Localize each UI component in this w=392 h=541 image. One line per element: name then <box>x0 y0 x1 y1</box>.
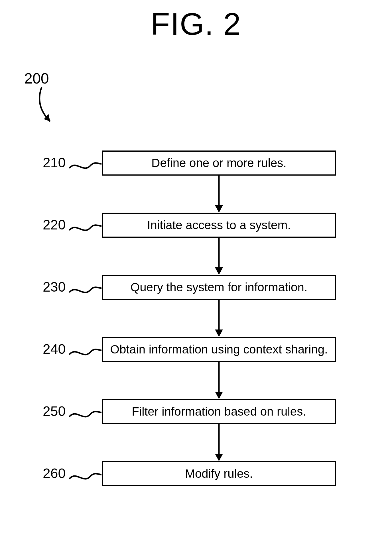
figure-title: FIG. 2 <box>0 6 392 42</box>
step-ref-250: 250 <box>43 403 66 419</box>
overall-reference-arrow-icon <box>31 86 66 131</box>
step-box-230: Query the system for information. <box>102 275 336 300</box>
step-squiggle-icon <box>68 345 102 359</box>
step-box-260: Modify rules. <box>102 461 336 486</box>
diagram-page: FIG. 2 200 210 Define one or more rules.… <box>0 0 392 541</box>
arrow-down-icon <box>214 362 224 399</box>
step-ref-210: 210 <box>43 155 66 170</box>
arrow-down-icon <box>214 238 224 275</box>
svg-marker-8 <box>215 392 223 399</box>
step-box-210: Define one or more rules. <box>102 150 336 176</box>
step-ref-260: 260 <box>43 465 66 481</box>
step-label: Filter information based on rules. <box>132 405 306 418</box>
svg-marker-10 <box>215 454 223 461</box>
step-squiggle-icon <box>68 407 102 421</box>
arrow-down-icon <box>214 424 224 461</box>
arrow-down-icon <box>214 300 224 337</box>
step-squiggle-icon <box>68 282 102 297</box>
step-squiggle-icon <box>68 469 102 483</box>
step-label: Define one or more rules. <box>151 156 287 170</box>
step-box-250: Filter information based on rules. <box>102 399 336 424</box>
svg-marker-2 <box>215 205 223 213</box>
step-label: Initiate access to a system. <box>147 219 291 232</box>
step-label: Obtain information using context sharing… <box>110 343 328 356</box>
svg-marker-6 <box>215 330 223 337</box>
step-ref-240: 240 <box>43 341 66 357</box>
step-box-240: Obtain information using context sharing… <box>102 337 336 362</box>
step-squiggle-icon <box>68 158 102 172</box>
step-ref-230: 230 <box>43 279 66 295</box>
overall-reference-number: 200 <box>24 70 49 87</box>
step-squiggle-icon <box>68 220 102 235</box>
step-ref-220: 220 <box>43 217 66 233</box>
svg-marker-4 <box>215 267 223 275</box>
step-label: Modify rules. <box>185 467 253 480</box>
arrow-down-icon <box>214 176 224 213</box>
step-box-220: Initiate access to a system. <box>102 213 336 238</box>
step-label: Query the system for information. <box>131 281 308 294</box>
